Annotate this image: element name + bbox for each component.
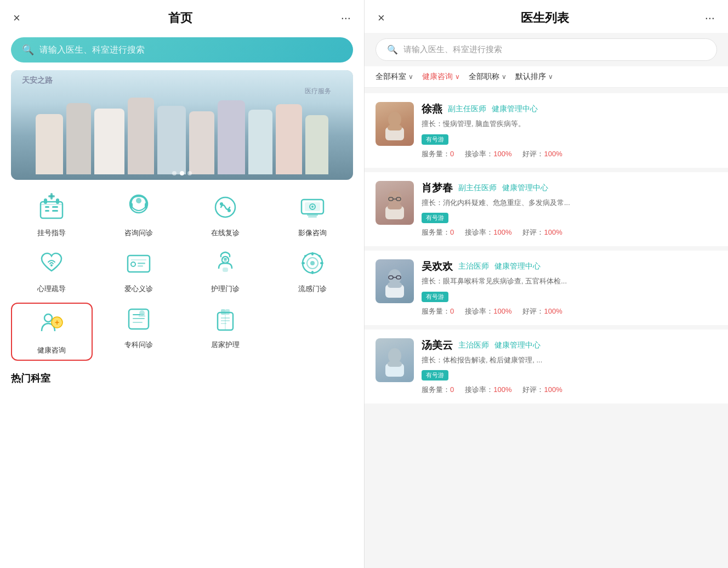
hot-section: 热门科室 [0,361,364,385]
svg-rect-60 [388,204,402,209]
right-search-icon: 🔍 [387,44,398,55]
filter-sort-label: 默认排序 [515,72,546,82]
filter-health[interactable]: 健康咨询 ∨ [422,72,460,82]
service-label-4: 服务量：0 [422,385,454,395]
right-page-title: 医生列表 [521,10,569,26]
zhuanke-icon [122,303,155,336]
doctor-name-row-3: 吴欢欢 主治医师 健康管理中心 [422,259,717,274]
filter-dept-chevron: ∨ [408,73,413,81]
xinli-icon [35,247,68,280]
svg-text:+: + [55,318,59,327]
doctor-info-2: 肖梦春 副主任医师 健康管理中心 擅长：消化内科疑难、危急重症、多发病及常...… [422,181,717,238]
yingxiang-label: 影像咨询 [298,228,327,238]
doctor-card-4[interactable]: 汤美云 主治医师 健康管理中心 擅长：体检报告解读, 检后健康管理, ... 有… [365,330,728,404]
svg-point-64 [388,269,401,285]
menu-row-3: + 健康咨询 专科问诊 [11,303,353,361]
svg-rect-50 [225,309,230,315]
svg-rect-3 [52,206,58,208]
svg-point-58 [388,191,402,206]
menu-item-jiankang[interactable]: + 健康咨询 [11,303,93,361]
doctor-name-row-1: 徐燕 副主任医师 健康管理中心 [422,102,717,116]
filter-dept[interactable]: 全部科室 ∨ [376,72,413,82]
doctor-avatar-3 [376,259,414,303]
svg-point-23 [50,264,53,266]
svg-rect-1 [45,206,49,208]
menu-item-zhuanke[interactable]: 专科问诊 [98,303,180,361]
doctor-dept-3: 健康管理中心 [494,262,541,271]
left-panel: × 首页 ··· 🔍 请输入医生、科室进行搜索 天安之 [0,0,364,568]
doctor-top-4: 汤美云 主治医师 健康管理中心 擅长：体检报告解读, 检后健康管理, ... 有… [376,338,717,395]
right-search-bar[interactable]: 🔍 请输入医生、科室进行搜索 [376,38,717,61]
right-more-icon[interactable]: ··· [705,11,715,25]
guahao-label: 挂号指导 [37,228,66,238]
doctor-desc-2: 擅长：消化内科疑难、危急重症、多发病及常... [422,197,717,208]
menu-item-xinli[interactable]: 心理疏导 [11,247,93,294]
filter-health-chevron: ∨ [455,73,460,81]
menu-item-yingxiang[interactable]: 影像咨询 [272,191,354,238]
doctor-card-1[interactable]: 徐燕 副主任医师 健康管理中心 擅长：慢病管理, 脑血管疾病等。 有号游 服务量… [365,93,728,168]
svg-rect-9 [50,193,53,200]
doctor-avatar-4 [376,338,414,382]
doctor-stats-4: 服务量：0 接诊率：100% 好评：100% [422,385,717,395]
doctor-dept-2: 健康管理中心 [502,183,548,193]
service-label-1: 服务量：0 [422,149,454,159]
doctor-card-2[interactable]: 肖梦春 副主任医师 健康管理中心 擅长：消化内科疑难、危急重症、多发病及常...… [365,172,728,247]
banner-dot-2[interactable] [180,171,184,175]
doctor-stats-2: 服务量：0 接诊率：100% 好评：100% [422,228,717,237]
doctor-dept-1: 健康管理中心 [492,104,538,114]
hot-section-title: 热门科室 [11,373,50,384]
doctor-card-3[interactable]: 吴欢欢 主治医师 健康管理中心 擅长：眼耳鼻喉科常见疾病诊查, 五官科体检...… [365,251,728,325]
doctor-info-1: 徐燕 副主任医师 健康管理中心 擅长：慢病管理, 脑血管疾病等。 有号游 服务量… [422,102,717,159]
menu-item-fuzhen[interactable]: 在线复诊 [185,191,266,238]
svg-rect-19 [308,216,317,218]
filter-title[interactable]: 全部职称 ∨ [469,72,507,82]
huli-icon [209,247,242,280]
doctor-name-4: 汤美云 [422,338,453,353]
service-label-3: 服务量：0 [422,306,454,316]
doctor-title-3: 主治医师 [458,262,489,271]
svg-rect-13 [145,203,147,208]
reception-label-2: 接诊率：100% [465,228,511,237]
menu-row-1: 挂号指导 咨询问诊 [11,191,353,238]
menu-item-jiajia[interactable]: 居家护理 [185,303,266,361]
doctor-name-2: 肖梦春 [422,181,453,195]
doctor-info-3: 吴欢欢 主治医师 健康管理中心 擅长：眼耳鼻喉科常见疾病诊查, 五官科体检...… [422,259,717,316]
filter-sort[interactable]: 默认排序 ∨ [515,72,553,82]
doctor-title-2: 副主任医师 [458,183,497,193]
doctor-title-1: 副主任医师 [448,104,486,114]
svg-rect-12 [130,203,133,208]
doctor-avatar-1 [376,102,414,146]
aixin-icon [122,247,155,280]
left-more-icon[interactable]: ··· [341,11,351,25]
banner-dot-3[interactable] [187,171,192,175]
svg-point-11 [136,198,141,203]
banner-dot-1[interactable] [172,171,177,175]
right-header: × 医生列表 ··· [365,0,728,33]
menu-item-aixin[interactable]: 爱心义诊 [98,247,180,294]
menu-row-2: 心理疏导 爱心义诊 [11,247,353,294]
menu-item-liugan[interactable]: 流感门诊 [272,247,354,294]
doctor-available-2: 有号游 [422,213,448,223]
good-label-2: 好评：100% [522,228,562,237]
doctor-info-4: 汤美云 主治医师 健康管理中心 擅长：体检报告解读, 检后健康管理, ... 有… [422,338,717,395]
filter-sort-chevron: ∨ [548,73,553,81]
menu-item-guahao[interactable]: 挂号指导 [11,191,93,238]
menu-item-huli[interactable]: 护理门诊 [185,247,266,294]
left-search-placeholder: 请输入医生、科室进行搜索 [39,44,145,56]
svg-rect-27 [138,263,145,264]
right-close-icon[interactable]: × [378,11,385,25]
banner-dots [172,171,192,175]
zixun-icon [122,191,155,224]
liugan-label: 流感门诊 [298,284,327,294]
doctor-name-3: 吴欢欢 [422,259,453,274]
left-search-bar[interactable]: 🔍 请输入医生、科室进行搜索 [11,37,353,63]
menu-item-zixun[interactable]: 咨询问诊 [98,191,180,238]
doctor-stats-1: 服务量：0 接诊率：100% 好评：100% [422,149,717,159]
left-close-icon[interactable]: × [13,11,20,25]
svg-rect-57 [388,125,402,130]
svg-rect-49 [221,309,225,315]
filter-health-label: 健康咨询 [422,72,453,82]
right-search-placeholder: 请输入医生、科室进行搜索 [403,44,502,55]
svg-rect-72 [388,361,402,367]
doctor-desc-1: 擅长：慢病管理, 脑血管疾病等。 [422,118,717,129]
